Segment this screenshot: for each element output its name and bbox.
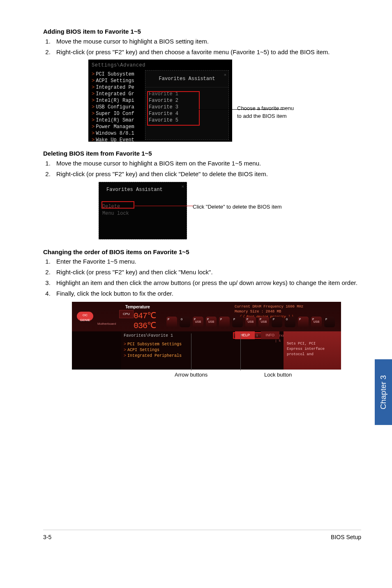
section-2-steps: Move the mouse cursor to highlight a BIO… bbox=[43, 159, 361, 179]
monitor-icon[interactable]: P bbox=[232, 317, 243, 327]
section-3-step-3: Highlight an item and then click the arr… bbox=[52, 278, 361, 287]
close-icon[interactable]: × bbox=[224, 72, 226, 79]
screenshot-3: OCGENIE Motherboard Temperature CPU 047℃… bbox=[72, 302, 341, 370]
disc-icon[interactable]: O bbox=[180, 317, 190, 327]
callout-line bbox=[191, 333, 191, 370]
shield-icon[interactable]: P bbox=[324, 317, 335, 327]
help-panel: Sets PCI, PCI Express interface protocol… bbox=[284, 331, 341, 370]
hdd-icon[interactable]: P bbox=[298, 317, 309, 327]
oc-genie-button[interactable]: OCGENIE bbox=[77, 312, 93, 321]
section-2-title: Deleting BIOS item from Favorite 1~5 bbox=[43, 149, 361, 158]
chapter-tab: Chapter 3 bbox=[375, 359, 392, 425]
section-2-step-1: Move the mouse cursor to highlight a BIO… bbox=[52, 159, 361, 168]
monitor-icon[interactable]: P bbox=[272, 317, 282, 327]
popup-title: Favorites Assistant bbox=[159, 76, 215, 82]
section-3-title: Changing the order of BIOS items on Favo… bbox=[43, 248, 361, 257]
list-item[interactable]: >PCI Subsystem Settings bbox=[124, 342, 284, 347]
usb-icon[interactable]: PUSB bbox=[311, 317, 322, 327]
arrow-down-icon[interactable]: ↓ bbox=[256, 333, 258, 338]
help-tab[interactable]: HELP bbox=[235, 331, 255, 339]
menu-lock-option[interactable]: Menu lock bbox=[102, 210, 187, 217]
section-3-step-2: Right-click (or press "F2" key) and then… bbox=[52, 268, 361, 277]
arrow-buttons-caption: Arrow buttons bbox=[175, 371, 208, 379]
screenshot-1-callout: Choose a favorite menu to add the BIOS i… bbox=[237, 105, 294, 120]
footer-section-name: BIOS Setup bbox=[331, 533, 361, 541]
callout-line bbox=[198, 109, 284, 110]
section-1-step-1: Move the mouse cursor to highlight a BIO… bbox=[52, 37, 361, 46]
close-icon[interactable]: × bbox=[181, 184, 184, 191]
section-1-title: Adding BIOS item to Favorite 1~5 bbox=[43, 27, 361, 36]
monitor-icon[interactable]: P bbox=[166, 317, 177, 327]
left-panel bbox=[72, 331, 121, 370]
hdd-icon[interactable]: P bbox=[219, 317, 230, 327]
list-item[interactable]: >Integrated Peripherals bbox=[124, 353, 284, 359]
favorite-option-5[interactable]: Favorite 5 bbox=[145, 117, 228, 124]
callout-line bbox=[135, 206, 193, 206]
delete-option[interactable]: Delete bbox=[102, 203, 187, 210]
motherboard-temperature-value: 036℃ bbox=[134, 320, 156, 332]
usb-icon[interactable]: PUSB bbox=[193, 317, 203, 327]
section-2-step-2: Right-click (or press "F2" key) and then… bbox=[52, 170, 361, 179]
temperature-label: Temperature bbox=[125, 304, 150, 310]
footer-divider bbox=[43, 530, 361, 530]
popup-title: Favorites Assistant bbox=[106, 187, 163, 193]
usb-icon[interactable]: PUSB bbox=[245, 317, 256, 327]
disc-icon[interactable]: O bbox=[285, 317, 295, 327]
screenshot-1: Settings\Advanced >PCI Subsystem >ACPI S… bbox=[88, 60, 232, 142]
cpu-label: CPU bbox=[119, 310, 134, 318]
screenshot-2: Favorites Assistant × Delete Menu lock bbox=[99, 182, 187, 239]
settings-list: >PCI Subsystem >ACPI Settings >Integrate… bbox=[92, 71, 143, 143]
device-icon-row: P O PUSB PUSB P P PUSB PUSB P O P PUSB P bbox=[166, 317, 335, 327]
screenshot-2-callout: Click "Delete" to delete the BIOS item bbox=[193, 203, 282, 211]
favorites-assistant-popup: Favorites Assistant × Favorite 1 Favorit… bbox=[145, 70, 229, 140]
breadcrumb: Settings\Advanced bbox=[92, 62, 145, 69]
callout-line bbox=[240, 333, 241, 370]
favorite-option-4[interactable]: Favorite 4 bbox=[145, 110, 228, 117]
favorite-option-2[interactable]: Favorite 2 bbox=[145, 97, 228, 104]
section-1-step-2: Right-click (or press "F2" key) and then… bbox=[52, 48, 361, 57]
info-tab[interactable]: INFO bbox=[261, 331, 280, 339]
section-1-steps: Move the mouse cursor to highlight a BIO… bbox=[43, 37, 361, 57]
lock-button-caption: Lock button bbox=[264, 371, 292, 379]
section-3-steps: Enter the Favorite 1~5 menu. Right-click… bbox=[43, 257, 361, 298]
section-3-step-4: Finally, click the lock button to fix th… bbox=[52, 289, 361, 298]
page-number: 3-5 bbox=[43, 533, 51, 541]
favorite-option-1[interactable]: Favorite 1 bbox=[145, 91, 228, 97]
list-item[interactable]: >ACPI Settings bbox=[124, 347, 284, 353]
usb-icon[interactable]: PUSB bbox=[258, 317, 269, 327]
main-panel: Favorites\Favorite 1 >PCI Subsystem Sett… bbox=[121, 331, 284, 370]
motherboard-label: Motherboard bbox=[97, 322, 116, 326]
section-3-step-1: Enter the Favorite 1~5 menu. bbox=[52, 257, 361, 266]
usb-icon[interactable]: PUSB bbox=[206, 317, 217, 327]
